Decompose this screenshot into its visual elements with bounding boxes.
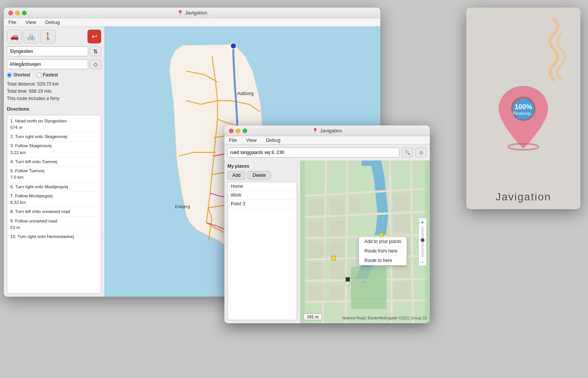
places-list[interactable]: Home Work Point 3 [227, 182, 297, 320]
second-traffic-lights [229, 129, 247, 133]
splash-title: Javigation [489, 185, 557, 209]
splash-pin-container: 100% Finalizing... [493, 78, 554, 154]
second-maximize-button[interactable] [243, 129, 247, 133]
second-title-bar: 📍 Javigation [224, 125, 430, 136]
place-work[interactable]: Work [228, 191, 297, 200]
transport-icons: 🚗 🚲 🚶 [7, 30, 56, 43]
svg-rect-33 [330, 284, 344, 300]
to-input[interactable] [7, 59, 88, 69]
direction-6: 6. Turn right onto Mosbjergvej [9, 183, 99, 192]
sidebar: 🚗 🚲 🚶 ↩ ⇅ ◇ Shortest [4, 27, 105, 297]
close-button[interactable] [8, 11, 13, 15]
shortest-radio[interactable] [7, 73, 12, 78]
second-map-scale: 191 m [304, 313, 322, 320]
maximize-button[interactable] [22, 11, 27, 15]
search-button[interactable]: 🔍 [402, 148, 413, 157]
search-row: 🔍 ◇ [224, 145, 430, 160]
context-route-to[interactable]: Route to here [359, 256, 407, 265]
second-content: My places Add Delete Home Work Point 3 [224, 160, 430, 323]
svg-rect-27 [330, 221, 344, 237]
fastest-radio-label[interactable]: Fastest [37, 72, 58, 78]
svg-rect-23 [393, 194, 409, 210]
direction-3: 3. Follow Skagensvej3.22 km [9, 141, 99, 157]
map-credit: Nearest Road: Bardenflethsgade ©2021 Gro… [342, 316, 427, 320]
direction-8: 8. Turn left onto unnamed road [9, 207, 99, 216]
direction-2: 2. Turn right onto Skagensvej [9, 132, 99, 141]
minimize-button[interactable] [15, 11, 20, 15]
zoom-out-button[interactable]: - [420, 258, 426, 266]
svg-rect-31 [330, 263, 344, 279]
total-time: Total time: 688.19 min [7, 88, 101, 95]
svg-text:Esbjerg: Esbjerg [175, 204, 190, 209]
second-close-button[interactable] [229, 129, 234, 133]
car-transport-btn[interactable]: 🚗 [7, 30, 22, 43]
second-menu-file[interactable]: File [227, 137, 238, 144]
route-type-row: Shortest Fastest [7, 72, 101, 78]
context-menu: Add to your points Route from here Route… [359, 237, 407, 265]
svg-rect-24 [393, 215, 409, 233]
svg-rect-35 [393, 283, 409, 299]
places-label: My places [227, 164, 297, 169]
second-pin-icon: 📍 [312, 128, 318, 134]
place-point3[interactable]: Point 3 [228, 200, 297, 208]
directions-label: Directions [7, 106, 101, 112]
svg-rect-20 [308, 199, 324, 215]
transport-row: 🚗 🚲 🚶 ↩ [7, 30, 101, 43]
back-button[interactable]: ↩ [87, 30, 101, 43]
shortest-label: Shortest [13, 72, 30, 78]
second-window: 📍 Javigation File View Debug 🔍 ◇ My plac… [224, 125, 430, 323]
second-menu-view[interactable]: View [245, 137, 258, 144]
main-window-title: 📍 Javigation [177, 10, 207, 16]
svg-rect-37 [332, 256, 336, 260]
pin-icon: 📍 [177, 10, 183, 16]
context-route-from[interactable]: Route from here [359, 246, 407, 256]
delete-place-button[interactable]: Delete [248, 171, 271, 179]
second-window-title: 📍 Javigation [312, 128, 342, 134]
zoom-slider[interactable] [421, 227, 424, 257]
fastest-radio[interactable] [37, 73, 41, 78]
menu-file[interactable]: File [7, 19, 18, 26]
search-diamond-button[interactable]: ◇ [415, 148, 427, 157]
zoom-in-button[interactable]: + [419, 218, 426, 226]
pedestrian-transport-btn[interactable]: 🚶 [40, 30, 56, 43]
direction-4: 4. Turn left onto Tuenvej [9, 157, 99, 167]
svg-rect-39 [346, 277, 350, 281]
second-minimize-button[interactable] [236, 129, 240, 133]
ferry-notice: This route includes a ferry [7, 95, 101, 102]
main-title-bar: 📍 Javigation [4, 8, 380, 18]
swap-button[interactable]: ⇅ [90, 46, 101, 56]
places-buttons: Add Delete [227, 171, 297, 179]
total-distance: Total distance: 529.73 km [7, 81, 101, 88]
svg-rect-32 [308, 284, 324, 300]
place-home[interactable]: Home [228, 182, 297, 191]
menu-view[interactable]: View [24, 19, 38, 26]
svg-rect-29 [330, 242, 344, 258]
zoom-slider-thumb [421, 238, 424, 242]
bicycle-transport-btn[interactable]: 🚲 [24, 30, 39, 43]
menu-debug[interactable]: Debug [44, 19, 61, 26]
directions-list[interactable]: 1. Head north on Slyngestien574 m 2. Tur… [7, 115, 101, 294]
second-menu-bar: File View Debug [224, 136, 430, 145]
svg-point-0 [230, 43, 237, 49]
direction-9: 9. Follow unnamed road63 m [9, 217, 99, 233]
route-calculate-button[interactable]: ◇ [90, 59, 101, 69]
add-place-button[interactable]: Add [227, 171, 245, 179]
shortest-radio-label[interactable]: Shortest [7, 72, 30, 78]
route-info: Total distance: 529.73 km Total time: 68… [7, 81, 101, 103]
places-panel: My places Add Delete Home Work Point 3 [224, 160, 300, 323]
svg-rect-36 [351, 267, 386, 309]
context-add-points[interactable]: Add to your points [359, 237, 407, 246]
second-map[interactable]: Add to your points Route from here Route… [300, 160, 430, 323]
direction-10: 10. Turn right onto Hermestadvej [9, 232, 99, 241]
search-input[interactable] [227, 148, 399, 157]
from-input[interactable] [7, 46, 88, 56]
progress-percent: 100% [513, 103, 534, 111]
from-input-row: ⇅ [7, 46, 101, 56]
splash-window: 100% Finalizing... Javigation [466, 8, 580, 209]
traffic-lights [8, 11, 27, 15]
second-menu-debug[interactable]: Debug [264, 137, 282, 144]
splash-art: 100% Finalizing... [466, 8, 580, 185]
direction-5: 5. Follow Tuenvej7.0 km [9, 167, 99, 183]
main-menu-bar: File View Debug [4, 18, 380, 27]
progress-status: Finalizing... [513, 111, 534, 116]
